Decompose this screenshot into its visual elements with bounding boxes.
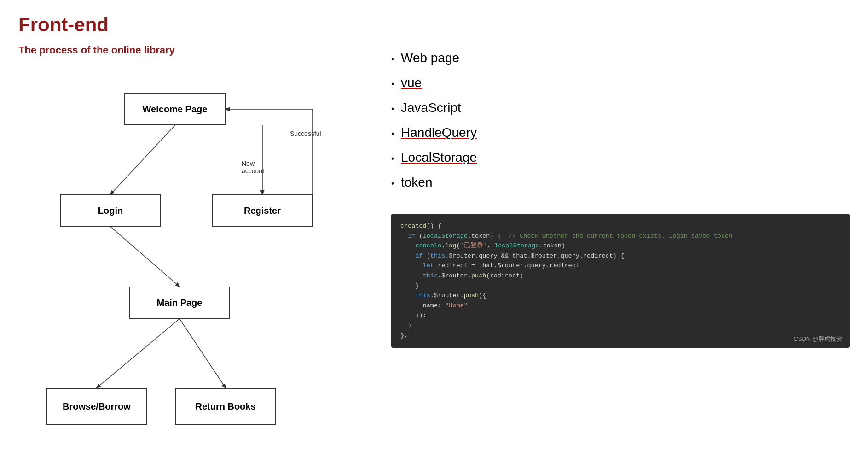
bullet-item-webpage: Web page [391, 51, 850, 65]
code-line-3: console.log('已登录', localStorage.token) [400, 241, 840, 251]
flowchart: Welcome Page Login Register Main Page Br… [32, 70, 345, 448]
main-title: Front-end [18, 14, 354, 36]
subtitle: The process of the online library [18, 44, 354, 56]
bullet-item-localstorage: LocalStorage [391, 150, 850, 165]
code-line-11: } [400, 321, 840, 331]
right-panel: Web page vue JavaScript HandleQuery Loca… [364, 14, 850, 455]
code-line-5: let redirect = that.$router.query.redire… [400, 261, 840, 271]
main-page-box: Main Page [129, 287, 230, 319]
bullet-item-token: token [391, 175, 850, 190]
login-box: Login [60, 194, 161, 227]
code-line-7: } [400, 281, 840, 291]
welcome-page-box: Welcome Page [124, 93, 226, 125]
code-line-12: }, [400, 331, 840, 341]
watermark: CSDN @胖虎技安 [793, 334, 842, 344]
bullet-list: Web page vue JavaScript HandleQuery Loca… [391, 51, 850, 200]
code-line-9: name: "Home" [400, 301, 840, 311]
return-books-box: Return Books [175, 388, 276, 425]
code-line-2: if (localStorage.token) { // Check wheth… [400, 231, 840, 241]
svg-line-0 [110, 125, 175, 194]
new-account-label: Newaccount [242, 160, 264, 175]
browse-borrow-box: Browse/Borrow [46, 388, 147, 425]
code-block: created() { if (localStorage.token) { //… [391, 214, 850, 348]
code-line-6: this.$router.push(redirect) [400, 271, 840, 281]
bullet-item-vue: vue [391, 76, 850, 90]
successful-label: Successful [290, 130, 321, 137]
register-box: Register [212, 194, 313, 227]
code-line-8: this.$router.push({ [400, 291, 840, 301]
code-line-4: if (this.$router.query && that.$router.q… [400, 251, 840, 261]
svg-line-2 [110, 227, 179, 287]
code-line-10: }); [400, 311, 840, 321]
bullet-item-handlequery: HandleQuery [391, 125, 850, 140]
bullet-item-javascript: JavaScript [391, 100, 850, 115]
svg-line-4 [179, 319, 226, 388]
code-line-1: created() { [400, 221, 840, 231]
svg-line-3 [97, 319, 179, 388]
left-panel: Front-end The process of the online libr… [18, 14, 364, 455]
